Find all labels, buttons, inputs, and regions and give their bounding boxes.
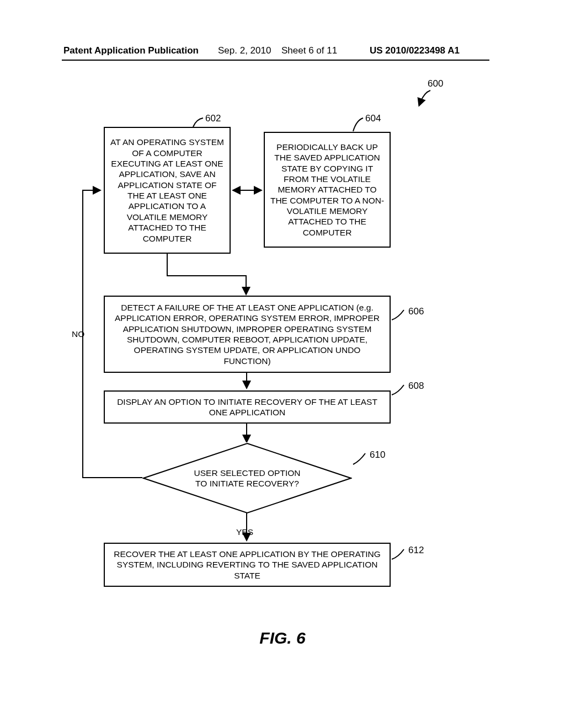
decision-610-text: USER SELECTED OPTIONTO INITIATE RECOVERY… — [142, 468, 352, 489]
arrow-602-604 — [231, 186, 264, 194]
header-rule — [62, 60, 489, 61]
header-publication: Patent Application Publication — [63, 45, 199, 56]
branch-no: NO — [72, 329, 84, 339]
step-612-text: RECOVER THE AT LEAST ONE APPLICATION BY … — [109, 549, 385, 581]
leader-606 — [391, 309, 407, 322]
step-604-text: PERIODICALLY BACK UP THE SAVED APPLICATI… — [269, 142, 385, 238]
ref-610: 610 — [370, 449, 385, 461]
ref-606: 606 — [408, 306, 424, 317]
header-date: Sep. 2, 2010 — [218, 45, 271, 56]
step-612: RECOVER THE AT LEAST ONE APPLICATION BY … — [104, 543, 391, 587]
leader-604 — [351, 116, 365, 132]
branch-yes: YES — [236, 527, 253, 537]
ref-600: 600 — [428, 78, 443, 89]
arrow-no-loop — [77, 186, 154, 484]
ref-602: 602 — [205, 113, 221, 124]
leader-612 — [391, 548, 407, 561]
figure-label: FIG. 6 — [0, 629, 565, 647]
leader-602 — [191, 116, 205, 129]
arrow-606-608 — [243, 373, 250, 392]
step-604: PERIODICALLY BACK UP THE SAVED APPLICATI… — [264, 132, 391, 248]
leader-608 — [391, 384, 407, 397]
header-sheet: Sheet 6 of 11 — [281, 45, 337, 56]
decision-610: USER SELECTED OPTIONTO INITIATE RECOVERY… — [142, 442, 352, 514]
page: Patent Application Publication Sep. 2, 2… — [0, 0, 565, 728]
ref-608: 608 — [408, 381, 424, 392]
leader-600 — [414, 88, 441, 110]
header-number: US 2010/0223498 A1 — [370, 45, 460, 56]
ref-604: 604 — [365, 113, 381, 124]
leader-610 — [352, 452, 369, 467]
ref-612: 612 — [408, 545, 424, 556]
arrow-602-606 — [163, 254, 329, 298]
